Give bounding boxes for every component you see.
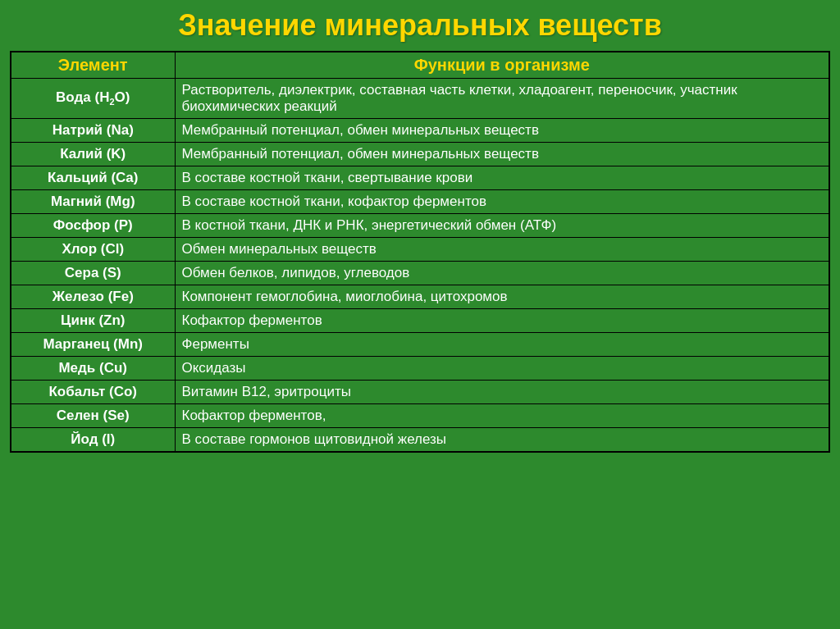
element-cell: Кальций (Ca) xyxy=(11,166,175,190)
page-title: Значение минеральных веществ xyxy=(178,8,662,43)
function-cell: Обмен белков, липидов, углеводов xyxy=(175,262,829,285)
element-cell: Кобальт (Co) xyxy=(11,381,175,404)
function-cell: Мембранный потенциал, обмен минеральных … xyxy=(175,143,829,166)
function-cell: Витамин В12, эритроциты xyxy=(175,381,829,404)
element-cell: Цинк (Zn) xyxy=(11,309,175,333)
element-cell: Селен (Se) xyxy=(11,404,175,428)
function-cell: Компонент гемоглобина, миоглобина, цитох… xyxy=(175,285,829,309)
header-element: Элемент xyxy=(11,52,175,79)
element-cell: Калий (K) xyxy=(11,143,175,166)
function-cell: Кофактор ферментов xyxy=(175,309,829,333)
table-row: Медь (Cu)Оксидазы xyxy=(11,357,829,381)
function-cell: В составе костной ткани, кофактор фермен… xyxy=(175,190,829,214)
table-row: Натрий (Na)Мембранный потенциал, обмен м… xyxy=(11,119,829,143)
table-row: Железо (Fe)Компонент гемоглобина, миогло… xyxy=(11,285,829,309)
table-row: Цинк (Zn)Кофактор ферментов xyxy=(11,309,829,333)
page-container: Значение минеральных веществ Элемент Фун… xyxy=(0,0,840,629)
element-cell: Хлор (Cl) xyxy=(11,238,175,262)
element-cell: Сера (S) xyxy=(11,262,175,285)
function-cell: Ферменты xyxy=(175,333,829,357)
element-cell: Фосфор (P) xyxy=(11,214,175,238)
table-row: Йод (I)В составе гормонов щитовидной жел… xyxy=(11,428,829,453)
table-row: Кобальт (Co)Витамин В12, эритроциты xyxy=(11,381,829,404)
element-cell: Йод (I) xyxy=(11,428,175,453)
element-cell: Железо (Fe) xyxy=(11,285,175,309)
element-cell: Натрий (Na) xyxy=(11,119,175,143)
table-row: Сера (S)Обмен белков, липидов, углеводов xyxy=(11,262,829,285)
table-header-row: Элемент Функции в организме xyxy=(11,52,829,79)
function-cell: В составе гормонов щитовидной железы xyxy=(175,428,829,453)
function-cell: Мембранный потенциал, обмен минеральных … xyxy=(175,119,829,143)
table-row: Хлор (Cl)Обмен минеральных веществ xyxy=(11,238,829,262)
table-row: Вода (H2O)Растворитель, диэлектрик, сост… xyxy=(11,79,829,119)
table-row: Фосфор (P)В костной ткани, ДНК и РНК, эн… xyxy=(11,214,829,238)
table-body: Вода (H2O)Растворитель, диэлектрик, сост… xyxy=(11,79,829,453)
table-row: Кальций (Ca)В составе костной ткани, све… xyxy=(11,166,829,190)
main-table: Элемент Функции в организме Вода (H2O)Ра… xyxy=(10,51,830,453)
function-cell: Кофактор ферментов, xyxy=(175,404,829,428)
element-cell: Марганец (Mn) xyxy=(11,333,175,357)
element-cell: Медь (Cu) xyxy=(11,357,175,381)
function-cell: В костной ткани, ДНК и РНК, энергетическ… xyxy=(175,214,829,238)
header-function: Функции в организме xyxy=(175,52,829,79)
element-cell: Магний (Mg) xyxy=(11,190,175,214)
table-row: Магний (Mg)В составе костной ткани, кофа… xyxy=(11,190,829,214)
function-cell: Растворитель, диэлектрик, составная част… xyxy=(175,79,829,119)
table-row: Марганец (Mn)Ферменты xyxy=(11,333,829,357)
table-row: Калий (K)Мембранный потенциал, обмен мин… xyxy=(11,143,829,166)
function-cell: Обмен минеральных веществ xyxy=(175,238,829,262)
function-cell: Оксидазы xyxy=(175,357,829,381)
element-cell: Вода (H2O) xyxy=(11,79,175,119)
function-cell: В составе костной ткани, свертывание кро… xyxy=(175,166,829,190)
table-row: Селен (Se)Кофактор ферментов, xyxy=(11,404,829,428)
